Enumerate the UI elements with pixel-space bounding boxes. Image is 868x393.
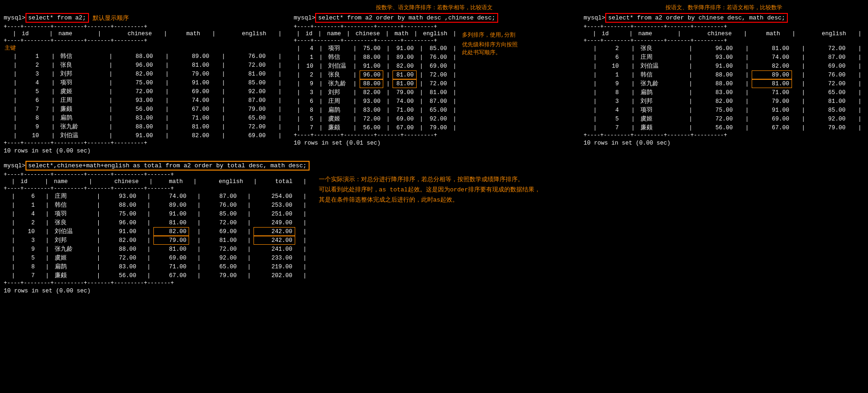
bottom-sep-mid: +----+--------+---------+-------+-------… [4, 185, 310, 192]
panel2: 按数学、语文降序排序：若数学相等，比较语文 mysql> select* fro… [294, 4, 575, 146]
panel2-data-table: |4|项羽|75.00|91.00|85.00||1|韩信|88.00|89.0… [294, 44, 459, 132]
table-row: |7|廉颇|56.00|67.00|79.00| [583, 123, 864, 132]
panel1-prompt-line: mysql> select* from a2; 默认显示顺序 [4, 13, 285, 23]
table-row: |9|张九龄|88.00|81.00|72.00| [294, 79, 459, 88]
panel2-annotation: 按数学、语文降序排序：若数学相等，比较语文 [294, 4, 575, 12]
table-row: |9|张九龄|88.00|81.00|72.00|241.00| [4, 245, 310, 254]
panel2-col-id: id [303, 30, 315, 38]
table-row: |7|廉颇|56.00|67.00|79.00| [294, 123, 459, 132]
bottom-sep-bot: +----+--------+---------+-------+-------… [4, 280, 310, 286]
table-row: |7|廉颇|56.00|67.00|79.00| [4, 105, 285, 114]
bottom-header-table: | id | name | chinese | math | english |… [4, 178, 310, 185]
table-row: |6|庄周|93.00|74.00|87.00| [4, 96, 285, 105]
table-row: |8|扁鹊|83.00|71.00|65.00| [4, 114, 285, 122]
panel1-sql: select* from a2; [25, 13, 89, 23]
panel1-header-row: | id | name | chinese | math | english | [4, 30, 285, 38]
table-row: |5|虞姬|72.00|69.00|92.00|233.00| [4, 254, 310, 262]
bottom-col-english: english [200, 178, 246, 185]
bottom-col-chinese: chinese [95, 178, 141, 185]
table-row: |10|刘伯温|91.00|82.00|69.00|242.00| [4, 227, 310, 236]
sep: | [203, 30, 218, 38]
panel1-table: | id | name | chinese | math | english | [4, 30, 285, 38]
table-row: |5|虞姬|72.00|69.00|92.00| [583, 114, 864, 123]
table-row: |5|虞姬|72.00|69.00|92.00| [294, 114, 459, 123]
panel2-prompt-line: mysql> select* from a2 order by math des… [294, 13, 575, 23]
bottom-result: 10 rows in set (0.00 sec) [4, 288, 310, 294]
table-row: |1|韩信|88.00|89.00|76.00| [4, 52, 285, 61]
table-row: |10|刘伯温|91.00|82.00|69.00| [4, 131, 285, 140]
bottom-annotations: 一个实际演示：对总分进行降序排序，若总分相等，按照数学成绩降序排序。可以看到此处… [319, 161, 864, 294]
annotation-line: 可以看到此处排序时，as total起效。这是因为order排序要有现成的数据结… [319, 185, 864, 195]
panel3-sep-mid: +----+--------+---------+-------+-------… [583, 38, 864, 44]
panel2-annotations: 多列排序，使用,分割 优先级和排序方向按照 此处书写顺序。 [462, 30, 518, 57]
panel2-mysql-prompt: mysql> [294, 14, 316, 21]
panel3-sql: select* from a2 order by chinese desc, m… [605, 13, 788, 23]
panel2-col-english: english [420, 30, 450, 38]
panel1-sep-bot: +----+--------+---------+-------+-------… [4, 140, 285, 146]
panel1-col-math: math [170, 30, 203, 38]
bottom-prompt-line: mysql> select*,chinese+math+english as t… [4, 161, 310, 171]
table-row: |1|韩信|88.00|89.00|76.00|253.00| [4, 201, 310, 209]
panel3-data-table: |2|张良|96.00|81.00|72.00||6|庄周|93.00|74.0… [583, 44, 864, 132]
table-row: |2|张良|96.00|81.00|72.00| [4, 61, 285, 70]
table-row: |8|扁鹊|83.00|71.00|65.00| [294, 106, 459, 114]
panel2-col-chinese: chinese [353, 30, 383, 38]
annotation-line: 一个实际演示：对总分进行降序排序，若总分相等，按照数学成绩降序排序。 [319, 175, 864, 185]
table-row: |4|项羽|75.00|91.00|85.00| [4, 78, 285, 87]
sep: | [4, 30, 19, 38]
panel2-result: 10 rows in set (0.01 sec) [294, 140, 459, 146]
bottom-col-name: name [51, 178, 81, 185]
panel1-sep-top: +----+--------+---------+-------+-------… [4, 24, 285, 30]
bottom-header-row: | id | name | chinese | math | english |… [4, 178, 310, 185]
panel3-header-table: | id | name | chinese | math | english | [583, 30, 864, 38]
panel2-table-wrapper: | id | name | chinese | math | english | [294, 30, 575, 146]
panel2-sep-top: +----+--------+---------+-------+-------… [294, 24, 575, 30]
panel3: 按语文、数学降序排序：若语文相等，比较数学 mysql> select* fro… [583, 4, 864, 146]
panel1: mysql> select* from a2; 默认显示顺序 +----+---… [4, 4, 285, 154]
table-row: |2|张良|96.00|81.00|72.00|249.00| [4, 218, 310, 227]
bottom-section: mysql> select*,chinese+math+english as t… [4, 161, 864, 294]
panel3-sep-top: +----+--------+---------+-------+-------… [583, 24, 864, 30]
panel3-header-row: | id | name | chinese | math | english | [583, 30, 864, 38]
sep: | [89, 30, 104, 38]
panel2-header-table: | id | name | chinese | math | english | [294, 30, 459, 38]
main-container: mysql> select* from a2; 默认显示顺序 +----+---… [4, 4, 864, 294]
panel3-prompt-line: mysql> select* from a2 order by chinese … [583, 13, 864, 23]
panel2-sep-bot: +----+--------+---------+-------+-------… [294, 132, 459, 139]
panel1-col-chinese: chinese [104, 30, 154, 38]
table-row: |8|扁鹊|83.00|71.00|65.00|219.00| [4, 262, 310, 271]
panel3-annotation: 按语文、数学降序排序：若语文相等，比较数学 [583, 4, 864, 12]
panel2-table-inner: | id | name | chinese | math | english | [294, 30, 459, 146]
sep: | [155, 30, 170, 38]
table-row: |8|扁鹊|83.00|71.00|65.00| [583, 88, 864, 97]
bottom-col-total: total [260, 178, 296, 185]
sep: | [269, 30, 284, 38]
top-row: mysql> select* from a2; 默认显示顺序 +----+---… [4, 4, 864, 154]
panel2-ann2: 多列排序，使用,分割 [462, 31, 518, 39]
table-row: |6|庄周|93.00|74.00|87.00| [294, 97, 459, 106]
table-row: |3|刘邦|82.00|79.00|81.00| [583, 97, 864, 106]
panel1-result: 10 rows in set (0.00 sec) [4, 148, 285, 154]
panel1-data-table: |1|韩信|88.00|89.00|76.00||2|张良|96.00|81.0… [4, 52, 285, 140]
bottom-sql: select*,chinese+math+english as total fr… [25, 161, 310, 171]
panel3-result: 10 rows in set (0.00 sec) [583, 140, 864, 146]
table-row: |3|刘邦|82.00|79.00|81.00| [4, 70, 285, 78]
panel3-col-chinese: chinese [684, 30, 735, 38]
bottom-col-id: id [18, 178, 37, 185]
panel1-pk-label: 主键 [4, 44, 285, 52]
panel3-sep-bot: +----+--------+---------+-------+-------… [583, 132, 864, 139]
annotation-line: 其是在条件筛选整体完成之后进行的，此时as起效。 [319, 195, 864, 205]
bottom-sep-top: +----+--------+---------+-------+-------… [4, 171, 310, 178]
table-row: |2|张良|96.00|81.00|72.00| [294, 70, 459, 79]
panel1-default-label: 默认显示顺序 [93, 14, 129, 22]
panel1-col-name: name [56, 30, 89, 38]
panel2-sep-mid: +----+--------+---------+-------+-------… [294, 38, 459, 44]
table-row: |5|虞姬|72.00|69.00|92.00| [4, 87, 285, 96]
panel2-header-row: | id | name | chinese | math | english | [294, 30, 459, 38]
panel3-col-name: name [635, 30, 668, 38]
panel1-col-id: id [19, 30, 40, 38]
panel2-sql: select* from a2 order by math desc ,chin… [315, 13, 498, 23]
table-row: |1|韩信|88.00|89.00|76.00| [583, 70, 864, 79]
table-row: |9|张九龄|88.00|81.00|72.00| [4, 122, 285, 131]
table-row: |6|庄周|93.00|74.00|87.00| [583, 53, 864, 62]
